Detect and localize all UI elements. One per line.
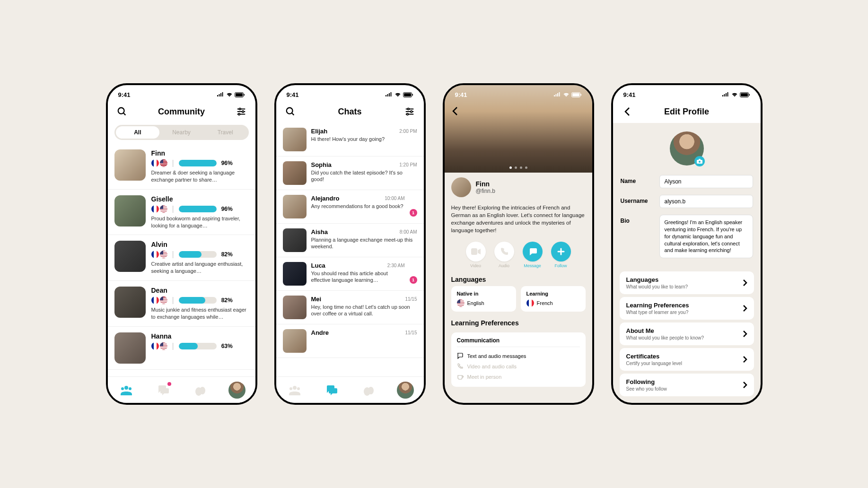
bio-input[interactable]: Greetings! I'm an English speaker ventur… <box>659 215 753 258</box>
svg-rect-18 <box>412 94 413 96</box>
filter-icon[interactable] <box>235 105 248 118</box>
avatar <box>114 332 146 364</box>
svg-point-12 <box>121 387 124 390</box>
match-percent: 96% <box>221 160 233 166</box>
avatar <box>451 177 471 197</box>
user-name: Hanna <box>151 332 249 340</box>
chat-name: Andre <box>311 329 329 336</box>
action-message[interactable]: Message <box>523 242 543 268</box>
segmented-control: All Nearby Travel <box>114 125 249 140</box>
svg-point-6 <box>239 108 241 110</box>
flag-us-icon <box>160 342 167 350</box>
flag-us-icon <box>160 296 167 304</box>
language-flags <box>151 296 167 304</box>
filter-icon[interactable] <box>403 105 416 118</box>
pref-row: Video and audio calls <box>457 361 580 372</box>
settings-card-learning-prefs[interactable]: Learning PreferencesWhat type of learner… <box>620 297 754 320</box>
settings-card-about-me[interactable]: About MeWhat would you like people to kn… <box>620 322 754 345</box>
phone-community: 9:41 Community All Nearby Travel <box>106 83 257 405</box>
flag-fr-icon <box>151 205 159 213</box>
action-label: Message <box>524 263 541 268</box>
chat-time: 11/15 <box>405 330 417 335</box>
match-bar <box>179 297 217 304</box>
hero-image: 9:41 <box>445 85 592 173</box>
nav-badge <box>167 382 171 386</box>
chevron-right-icon <box>743 279 747 287</box>
settings-card-certificates[interactable]: CertificatesCertify your language level <box>620 348 754 371</box>
tab-nearby[interactable]: Nearby <box>159 126 203 139</box>
nav-profile-avatar[interactable] <box>228 381 246 400</box>
chevron-right-icon <box>743 356 747 363</box>
chevron-right-icon <box>743 305 747 312</box>
language-name: English <box>467 300 484 306</box>
carousel-dots[interactable] <box>509 166 527 169</box>
status-icons <box>553 92 582 97</box>
settings-card-languages[interactable]: LanguagesWhat would you like to learn? <box>620 271 754 294</box>
profile-name: Finn <box>476 180 496 188</box>
user-bio: Proud bookworm and aspiring traveler, lo… <box>151 215 249 229</box>
flag-us-icon <box>160 159 167 167</box>
chat-row[interactable]: Elijah2:00 PM Hi there! How's your day g… <box>276 123 424 157</box>
nav-explore-icon[interactable] <box>191 381 210 400</box>
chat-list[interactable]: Elijah2:00 PM Hi there! How's your day g… <box>276 123 424 376</box>
action-audio[interactable]: Audio <box>494 242 514 268</box>
nav-profile-avatar[interactable] <box>396 381 415 400</box>
community-card[interactable]: Giselle | 96% Proud bookworm and aspirin… <box>108 190 255 235</box>
chat-msg: Hi there! How's your day going? <box>311 136 417 142</box>
match-percent: 96% <box>221 206 233 212</box>
chat-row[interactable]: Alejandro10:00 AM Any recommendations fo… <box>276 190 424 224</box>
match-percent: 63% <box>221 343 233 349</box>
tab-travel[interactable]: Travel <box>203 126 247 139</box>
language-card-title: Native in <box>457 291 510 296</box>
nav-community-icon[interactable] <box>117 381 136 400</box>
community-card[interactable]: Finn | 96% Dreamer & doer seeking a lang… <box>108 144 255 190</box>
status-icons <box>722 92 750 97</box>
search-icon[interactable] <box>115 105 129 118</box>
chat-row[interactable]: Andre11/15 <box>276 324 424 358</box>
svg-rect-35 <box>471 248 477 255</box>
back-icon[interactable] <box>451 106 459 118</box>
camera-icon[interactable] <box>694 156 705 166</box>
back-icon[interactable] <box>621 105 634 118</box>
nav-explore-icon[interactable] <box>359 381 378 400</box>
profile-bio: Hey there! Exploring the intricacies of … <box>451 204 586 234</box>
match-bar <box>179 160 217 166</box>
chat-name: Luca <box>311 262 325 269</box>
username-input[interactable]: alyson.b <box>659 195 753 208</box>
svg-point-10 <box>238 113 240 115</box>
language-name: French <box>537 300 553 306</box>
chat-row[interactable]: Luca2:30 AM You should read this article… <box>276 257 424 291</box>
header: Community <box>108 101 255 123</box>
unread-badge: 1 <box>410 276 417 284</box>
community-card[interactable]: Hanna | 63% <box>108 327 255 370</box>
bottom-nav <box>108 376 255 403</box>
action-video[interactable]: Video <box>466 242 486 268</box>
svg-point-28 <box>289 387 292 390</box>
svg-rect-38 <box>749 94 750 96</box>
svg-point-24 <box>410 111 412 113</box>
svg-point-11 <box>124 386 128 390</box>
nav-community-icon[interactable] <box>285 381 304 400</box>
svg-point-29 <box>297 387 300 390</box>
search-icon[interactable] <box>284 105 297 118</box>
status-time: 9:41 <box>623 91 636 98</box>
settings-card-following[interactable]: FollowingSee who you follow <box>620 374 754 396</box>
section-title-languages: Languages <box>451 276 586 283</box>
match-percent: 82% <box>221 297 233 304</box>
tab-all[interactable]: All <box>116 126 160 139</box>
chat-row[interactable]: Sophia1:20 PM Did you catch the latest e… <box>276 157 424 190</box>
chat-row[interactable]: Aisha8:00 AM Planning a language exchang… <box>276 224 424 257</box>
bottom-nav <box>276 376 424 403</box>
chat-row[interactable]: Mei11/15 Hey, long time no chat! Let's c… <box>276 291 424 324</box>
page-title: Community <box>129 107 235 117</box>
name-input[interactable]: Alyson <box>659 175 753 188</box>
community-list[interactable]: Finn | 96% Dreamer & doer seeking a lang… <box>108 144 255 376</box>
action-follow[interactable]: Follow <box>551 242 571 268</box>
community-card[interactable]: Dean | 82% Music junkie and fitness enth… <box>108 281 255 327</box>
svg-point-13 <box>129 387 132 390</box>
nav-chats-icon[interactable] <box>154 381 173 400</box>
flag-fr-icon <box>526 299 534 307</box>
nav-chats-icon[interactable] <box>322 381 341 400</box>
avatar[interactable] <box>670 131 704 166</box>
community-card[interactable]: Alvin | 82% Creative artist and language… <box>108 235 255 281</box>
